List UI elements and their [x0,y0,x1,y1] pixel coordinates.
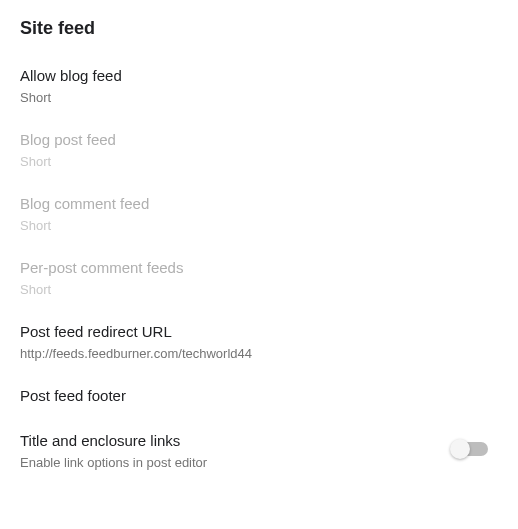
setting-post-feed-footer[interactable]: Post feed footer [20,387,498,404]
setting-post-feed-redirect[interactable]: Post feed redirect URL http://feeds.feed… [20,323,498,361]
setting-label: Title and enclosure links [20,432,452,449]
setting-value: Short [20,282,498,297]
setting-blog-post-feed[interactable]: Blog post feed Short [20,131,498,169]
setting-allow-blog-feed[interactable]: Allow blog feed Short [20,67,498,105]
setting-label: Per-post comment feeds [20,259,498,276]
setting-label: Allow blog feed [20,67,498,84]
section-title: Site feed [20,18,498,39]
toggle-switch[interactable] [452,442,488,456]
setting-blog-comment-feed[interactable]: Blog comment feed Short [20,195,498,233]
setting-per-post-comment-feeds[interactable]: Per-post comment feeds Short [20,259,498,297]
setting-value: Short [20,154,498,169]
setting-title-enclosure: Title and enclosure links Enable link op… [20,432,498,470]
setting-value: Short [20,218,498,233]
setting-description: Enable link options in post editor [20,455,452,470]
setting-label: Blog post feed [20,131,498,148]
setting-value: Short [20,90,498,105]
setting-label: Post feed redirect URL [20,323,498,340]
toggle-knob [450,439,470,459]
setting-label: Post feed footer [20,387,498,404]
setting-value: http://feeds.feedburner.com/techworld44 [20,346,498,361]
setting-label: Blog comment feed [20,195,498,212]
